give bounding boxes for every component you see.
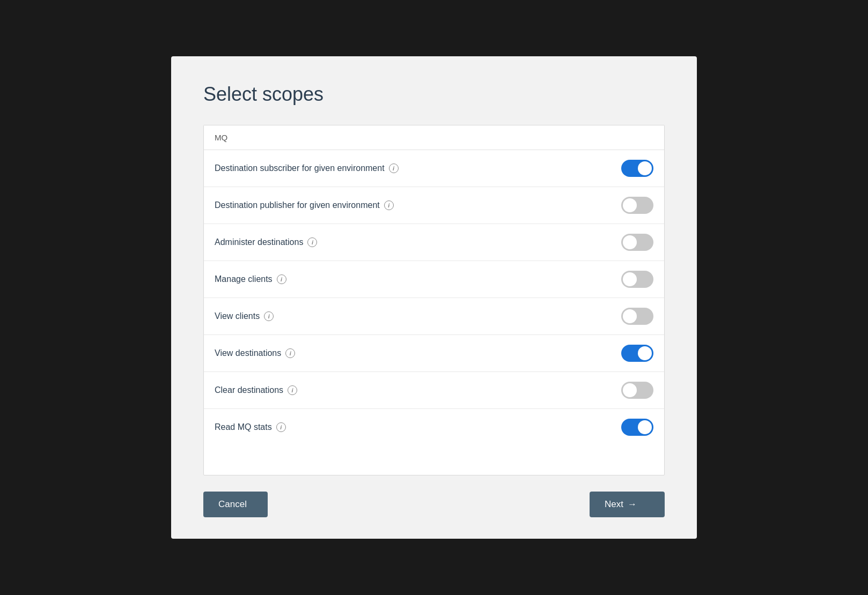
scope-row-dest-publisher: Destination publisher for given environm… — [204, 187, 664, 224]
scope-label-view-clients: View clientsi — [215, 311, 274, 321]
scope-label-dest-subscriber: Destination subscriber for given environ… — [215, 163, 399, 173]
info-icon-read-mq-stats: i — [276, 422, 286, 432]
cancel-button[interactable]: Cancel — [203, 492, 268, 517]
info-icon-dest-subscriber: i — [389, 163, 399, 173]
info-icon-view-clients: i — [264, 311, 274, 321]
next-button[interactable]: Next → — [590, 492, 665, 517]
scope-label-read-mq-stats: Read MQ statsi — [215, 422, 286, 432]
scope-label-dest-publisher: Destination publisher for given environm… — [215, 200, 394, 210]
scope-label-clear-destinations: Clear destinationsi — [215, 385, 297, 395]
scope-row-read-mq-stats: Read MQ statsi✓ — [204, 409, 664, 445]
dialog-title: Select scopes — [203, 83, 665, 106]
select-scopes-dialog: Select scopes MQ Destination subscriber … — [171, 56, 697, 539]
toggle-view-clients[interactable] — [621, 308, 653, 325]
toggle-manage-clients[interactable] — [621, 271, 653, 288]
scopes-table: MQ Destination subscriber for given envi… — [203, 125, 665, 475]
dialog-footer: Cancel Next → — [203, 492, 665, 517]
info-icon-manage-clients: i — [277, 274, 286, 284]
toggle-dest-subscriber[interactable]: ✓ — [621, 160, 653, 177]
info-icon-admin-destinations: i — [307, 237, 317, 247]
toggle-admin-destinations[interactable] — [621, 234, 653, 251]
scope-label-manage-clients: Manage clientsi — [215, 274, 286, 284]
info-icon-dest-publisher: i — [384, 200, 394, 210]
toggle-read-mq-stats[interactable]: ✓ — [621, 419, 653, 436]
section-header: MQ — [204, 125, 664, 150]
scope-row-manage-clients: Manage clientsi — [204, 261, 664, 298]
info-icon-clear-destinations: i — [288, 385, 297, 395]
toggle-dest-publisher[interactable] — [621, 197, 653, 214]
scope-row-view-destinations: View destinationsi✓ — [204, 335, 664, 372]
info-icon-view-destinations: i — [285, 348, 295, 358]
toggle-view-destinations[interactable]: ✓ — [621, 345, 653, 362]
scope-row-clear-destinations: Clear destinationsi — [204, 372, 664, 409]
scope-label-admin-destinations: Administer destinationsi — [215, 237, 317, 247]
scope-row-dest-subscriber: Destination subscriber for given environ… — [204, 150, 664, 187]
toggle-clear-destinations[interactable] — [621, 382, 653, 399]
scope-row-view-clients: View clientsi — [204, 298, 664, 335]
scope-label-view-destinations: View destinationsi — [215, 348, 295, 358]
scope-row-admin-destinations: Administer destinationsi — [204, 224, 664, 261]
